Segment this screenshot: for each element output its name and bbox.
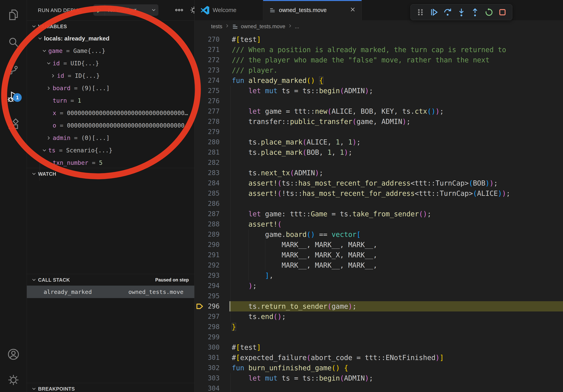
- line-number[interactable]: 290: [194, 240, 219, 250]
- code-line-284[interactable]: 284 assert!(ts::has_most_recent_for_addr…: [194, 178, 563, 188]
- source-control-icon[interactable]: [0, 58, 27, 81]
- line-number[interactable]: 274: [194, 75, 219, 86]
- call-stack-header[interactable]: CALL STACK Paused on step: [27, 274, 194, 286]
- chevron-right-icon[interactable]: [46, 135, 51, 141]
- line-number[interactable]: 291: [194, 250, 219, 260]
- code-line-301[interactable]: 301#[expected_failure(abort_code = ttt::…: [194, 353, 563, 363]
- variable-row-turn[interactable]: turn = 1: [27, 94, 194, 107]
- toolbar-gripper[interactable]: [414, 6, 426, 18]
- code-line-270[interactable]: 270#[test]: [194, 34, 563, 45]
- variable-row-scope[interactable]: locals: already_marked: [27, 32, 194, 45]
- variable-row-board[interactable]: board = (9)[...]: [27, 82, 194, 94]
- variable-row-id[interactable]: id = UID{...}: [27, 57, 194, 69]
- chevron-down-icon[interactable]: [38, 36, 43, 41]
- variable-row-o[interactable]: o = 000000000000000000000000000000000000…: [27, 119, 194, 132]
- line-number[interactable]: 280: [194, 137, 219, 147]
- line-number[interactable]: 281: [194, 147, 219, 157]
- line-number[interactable]: 282: [194, 157, 219, 168]
- settings-gear-icon[interactable]: [0, 368, 27, 392]
- line-number[interactable]: 273: [194, 65, 219, 75]
- breadcrumb-item-tests[interactable]: tests: [211, 24, 222, 30]
- tab-welcome[interactable]: Welcome: [194, 0, 263, 20]
- step-into-button[interactable]: [456, 6, 467, 18]
- code-line-285[interactable]: 285 assert!(!ts::has_most_recent_for_add…: [194, 188, 563, 198]
- tab-owned-tests-move[interactable]: owned_tests.move: [263, 0, 362, 20]
- line-number[interactable]: 286: [194, 198, 219, 209]
- code-line-291[interactable]: 291 MARK__, MARK_X, MARK__,: [194, 250, 563, 260]
- code-line-277[interactable]: 277 let game = ttt::new(ALICE, BOB, KEY,…: [194, 106, 563, 117]
- code-line-293[interactable]: 293 ],: [194, 270, 563, 281]
- line-number[interactable]: 299: [194, 332, 219, 342]
- chevron-down-icon[interactable]: [42, 48, 47, 53]
- code-line-299[interactable]: 299: [194, 332, 563, 342]
- more-actions-icon[interactable]: [174, 5, 184, 15]
- watch-header[interactable]: WATCH: [27, 168, 194, 180]
- code-editor[interactable]: 270#[test]271/// When a position is alre…: [194, 33, 563, 392]
- line-number[interactable]: 284: [194, 178, 219, 188]
- line-number[interactable]: 297: [194, 312, 219, 322]
- code-line-287[interactable]: 287 let game: ttt::Game = ts.take_from_s…: [194, 209, 563, 219]
- line-number[interactable]: 298: [194, 322, 219, 332]
- chevron-down-icon[interactable]: [42, 148, 47, 153]
- code-line-286[interactable]: 286: [194, 198, 563, 209]
- chevron-right-icon[interactable]: [46, 86, 51, 91]
- variable-row-x[interactable]: x = 000000000000000000000000000000000000…: [27, 107, 194, 119]
- launch-config-dropdown[interactable]: No Configur: [93, 4, 158, 16]
- line-number[interactable]: 288: [194, 219, 219, 229]
- code-line-276[interactable]: 276: [194, 96, 563, 106]
- variable-row-txn_number[interactable]: txn_number = 5: [27, 157, 194, 169]
- breadcrumb-item-more[interactable]: ...: [295, 24, 299, 30]
- code-line-298[interactable]: 298}: [194, 322, 563, 332]
- step-out-button[interactable]: [469, 6, 481, 18]
- explorer-icon[interactable]: [0, 3, 27, 27]
- line-number[interactable]: 275: [194, 86, 219, 96]
- variables-header[interactable]: VARIABLES: [27, 21, 194, 32]
- code-line-294[interactable]: 294 );: [194, 281, 563, 291]
- breadcrumb-item-file[interactable]: owned_tests.move: [241, 24, 285, 30]
- code-line-304[interactable]: 304: [194, 383, 563, 392]
- chevron-down-icon[interactable]: [46, 61, 51, 66]
- stop-button[interactable]: [497, 6, 508, 18]
- code-line-282[interactable]: 282: [194, 157, 563, 168]
- variable-row-game[interactable]: game = Game{...}: [27, 45, 194, 57]
- code-line-297[interactable]: 297 ts.end();: [194, 312, 563, 322]
- line-number[interactable]: 295: [194, 291, 219, 301]
- code-line-290[interactable]: 290 MARK__, MARK__, MARK__,: [194, 240, 563, 250]
- code-line-303[interactable]: 303 let mut ts = ts::begin(ADMIN);: [194, 373, 563, 383]
- code-line-273[interactable]: 273/// player.: [194, 65, 563, 75]
- code-line-295[interactable]: 295: [194, 291, 563, 301]
- line-number[interactable]: 270: [194, 34, 219, 45]
- line-number[interactable]: 304: [194, 383, 219, 392]
- code-line-281[interactable]: 281 ts.place_mark(BOB, 1, 1);: [194, 147, 563, 157]
- step-over-button[interactable]: [442, 6, 454, 18]
- code-line-283[interactable]: 283 ts.next_tx(ADMIN);: [194, 168, 563, 178]
- line-number[interactable]: 276: [194, 96, 219, 106]
- line-number[interactable]: 283: [194, 168, 219, 178]
- run-and-debug-icon[interactable]: 1: [0, 85, 27, 109]
- code-line-278[interactable]: 278 transfer::public_transfer(game, ADMI…: [194, 117, 563, 127]
- line-number[interactable]: 303: [194, 373, 219, 383]
- code-line-274[interactable]: 274fun already_marked() {: [194, 75, 563, 86]
- line-number[interactable]: 277: [194, 106, 219, 117]
- code-line-272[interactable]: 272/// the player who made the "false" m…: [194, 55, 563, 65]
- line-number[interactable]: 301: [194, 353, 219, 363]
- code-line-302[interactable]: 302fun burn_unfinished_game() {: [194, 363, 563, 373]
- line-number[interactable]: 294: [194, 281, 219, 291]
- line-number[interactable]: 279: [194, 127, 219, 137]
- code-line-279[interactable]: 279: [194, 127, 563, 137]
- search-icon[interactable]: [0, 31, 27, 54]
- code-line-300[interactable]: 300#[test]: [194, 342, 563, 353]
- code-line-275[interactable]: 275 let mut ts = ts::begin(ADMIN);: [194, 86, 563, 96]
- line-number[interactable]: 302: [194, 363, 219, 373]
- close-icon[interactable]: [350, 7, 356, 14]
- line-number[interactable]: 278: [194, 117, 219, 127]
- code-line-271[interactable]: 271/// When a position is already marked…: [194, 45, 563, 55]
- variable-row-id[interactable]: id = ID{...}: [27, 69, 194, 82]
- breakpoints-header[interactable]: BREAKPOINTS: [27, 383, 194, 392]
- chevron-right-icon[interactable]: [51, 73, 56, 78]
- variable-row-admin[interactable]: admin = (0)[...]: [27, 132, 194, 144]
- code-line-292[interactable]: 292 MARK__, MARK__, MARK__,: [194, 260, 563, 270]
- code-line-288[interactable]: 288 assert!(: [194, 219, 563, 229]
- continue-button[interactable]: [428, 6, 440, 18]
- code-line-289[interactable]: 289 game.board() == vector[: [194, 229, 563, 240]
